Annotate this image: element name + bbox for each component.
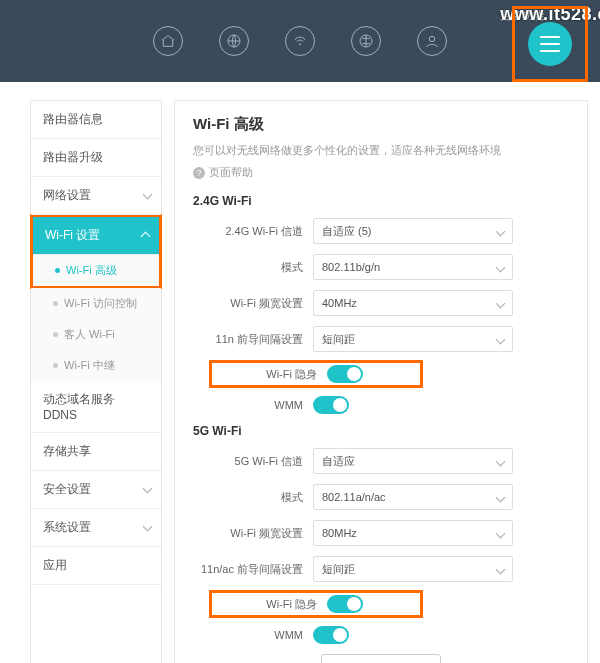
bullet-icon [53, 363, 58, 368]
select-24g-channel[interactable]: 自适应 (5) [313, 218, 513, 244]
network-icon[interactable] [351, 26, 381, 56]
label-24g-preamble: 11n 前导间隔设置 [193, 332, 313, 347]
user-icon[interactable] [417, 26, 447, 56]
sidebar-item-security[interactable]: 安全设置 [31, 471, 161, 509]
hamburger-menu-button[interactable] [528, 22, 572, 66]
sidebar-sub-guest-wifi[interactable]: 客人 Wi-Fi [31, 319, 161, 350]
section-title-5g: 5G Wi-Fi [193, 424, 569, 438]
bullet-icon [53, 301, 58, 306]
sidebar-item-apps[interactable]: 应用 [31, 547, 161, 585]
menu-highlight-box [512, 6, 588, 82]
select-5g-preamble[interactable]: 短间距 [313, 556, 513, 582]
bullet-icon [53, 332, 58, 337]
sidebar-item-storage[interactable]: 存储共享 [31, 433, 161, 471]
wifi-icon[interactable] [285, 26, 315, 56]
sidebar-item-wifi-settings[interactable]: Wi-Fi 设置 [33, 217, 159, 255]
label-24g-channel: 2.4G Wi-Fi 信道 [193, 224, 313, 239]
sidebar-item-ddns[interactable]: 动态域名服务 DDNS [31, 381, 161, 433]
top-nav: 更多功能 www.it528.com [0, 0, 600, 82]
toggle-24g-wmm[interactable] [313, 396, 349, 414]
wifi-settings-highlight-box: Wi-Fi 设置 Wi-Fi 高级 [30, 214, 162, 289]
label-5g-channel: 5G Wi-Fi 信道 [193, 454, 313, 469]
toggle-24g-hide[interactable] [327, 365, 363, 383]
bullet-icon [55, 268, 60, 273]
select-5g-channel[interactable]: 自适应 [313, 448, 513, 474]
sidebar-item-router-info[interactable]: 路由器信息 [31, 101, 161, 139]
label-24g-bandwidth: Wi-Fi 频宽设置 [193, 296, 313, 311]
home-icon[interactable] [153, 26, 183, 56]
label-5g-hide: Wi-Fi 隐身 [211, 597, 327, 612]
svg-point-1 [299, 44, 300, 45]
wifi-hide-5g-highlight-box: Wi-Fi 隐身 [211, 592, 421, 616]
page-title: Wi-Fi 高级 [193, 115, 569, 134]
label-24g-hide: Wi-Fi 隐身 [211, 367, 327, 382]
label-5g-wmm: WMM [193, 629, 313, 641]
section-title-24g: 2.4G Wi-Fi [193, 194, 569, 208]
select-24g-mode[interactable]: 802.11b/g/n [313, 254, 513, 280]
toggle-5g-wmm[interactable] [313, 626, 349, 644]
sidebar-item-router-upgrade[interactable]: 路由器升级 [31, 139, 161, 177]
save-button[interactable]: 保存 [321, 654, 441, 663]
label-5g-bandwidth: Wi-Fi 频宽设置 [193, 526, 313, 541]
sidebar-sub-wifi-repeater[interactable]: Wi-Fi 中继 [31, 350, 161, 381]
label-5g-preamble: 11n/ac 前导间隔设置 [193, 562, 313, 577]
wifi-hide-24g-highlight-box: Wi-Fi 隐身 [211, 362, 421, 386]
select-5g-mode[interactable]: 802.11a/n/ac [313, 484, 513, 510]
svg-point-3 [429, 36, 434, 41]
sidebar-item-label: Wi-Fi 访问控制 [64, 296, 137, 311]
main-panel: Wi-Fi 高级 您可以对无线网络做更多个性化的设置，适应各种无线网络环境 ? … [174, 100, 588, 663]
globe-icon[interactable] [219, 26, 249, 56]
label-5g-mode: 模式 [193, 490, 313, 505]
select-24g-bandwidth[interactable]: 40MHz [313, 290, 513, 316]
toggle-5g-hide[interactable] [327, 595, 363, 613]
page-help-link[interactable]: ? 页面帮助 [193, 166, 569, 180]
help-label: 页面帮助 [209, 166, 253, 180]
sidebar-item-system[interactable]: 系统设置 [31, 509, 161, 547]
sidebar: 路由器信息 路由器升级 网络设置 Wi-Fi 设置 Wi-Fi 高级 Wi-Fi… [30, 100, 162, 663]
label-24g-wmm: WMM [193, 399, 313, 411]
label-24g-mode: 模式 [193, 260, 313, 275]
help-icon: ? [193, 167, 205, 179]
page-description: 您可以对无线网络做更多个性化的设置，适应各种无线网络环境 [193, 144, 569, 158]
sidebar-item-label: Wi-Fi 高级 [66, 263, 117, 278]
sidebar-sub-wifi-advanced[interactable]: Wi-Fi 高级 [33, 255, 159, 286]
select-24g-preamble[interactable]: 短间距 [313, 326, 513, 352]
sidebar-item-label: 客人 Wi-Fi [64, 327, 115, 342]
sidebar-sub-wifi-access[interactable]: Wi-Fi 访问控制 [31, 288, 161, 319]
sidebar-item-network-settings[interactable]: 网络设置 [31, 177, 161, 215]
select-5g-bandwidth[interactable]: 80MHz [313, 520, 513, 546]
sidebar-item-label: Wi-Fi 中继 [64, 358, 115, 373]
